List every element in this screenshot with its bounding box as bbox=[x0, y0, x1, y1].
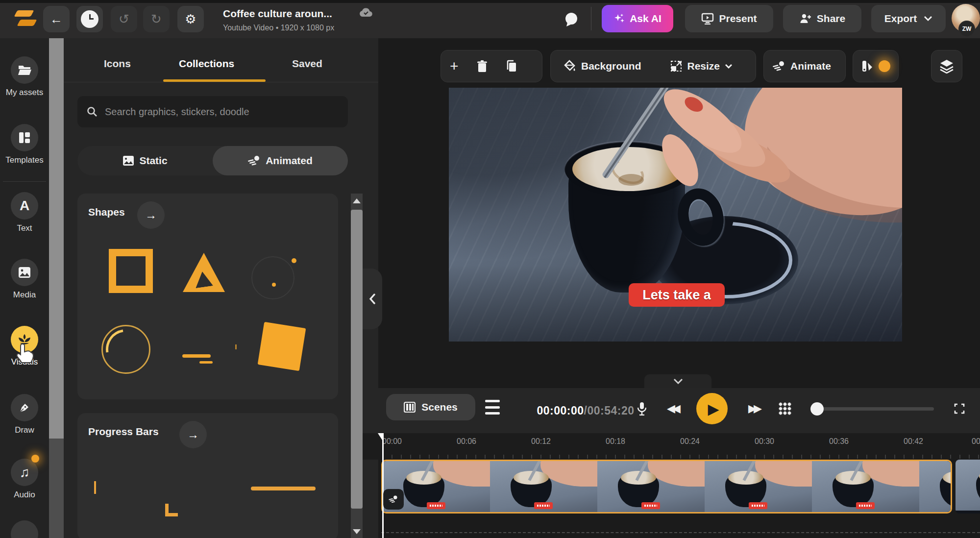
progress-bar-corner[interactable] bbox=[165, 504, 169, 516]
chevron-down-icon bbox=[725, 64, 733, 69]
gear-icon: ⚙ bbox=[185, 12, 196, 27]
shape-dots[interactable] bbox=[251, 256, 294, 299]
background-button[interactable]: Background bbox=[551, 50, 650, 82]
next-video-clip[interactable] bbox=[956, 460, 980, 514]
add-layer-button[interactable]: + bbox=[441, 50, 467, 82]
resize-icon bbox=[670, 60, 683, 73]
playhead-flag bbox=[378, 433, 382, 440]
shape-filled-square[interactable] bbox=[258, 322, 306, 371]
sidebar-item-my-assets[interactable]: My assets bbox=[0, 56, 49, 98]
delete-layer-button[interactable] bbox=[467, 50, 497, 82]
plus-icon: + bbox=[450, 58, 459, 74]
panel-scrollbar[interactable] bbox=[351, 194, 363, 538]
playhead[interactable] bbox=[382, 433, 384, 538]
settings-button[interactable]: ⚙ bbox=[177, 6, 204, 32]
timeline-zoom-slider[interactable] bbox=[812, 407, 934, 411]
filter-static[interactable]: Static bbox=[77, 146, 213, 175]
sidebar-item-visuals[interactable]: Visuals bbox=[0, 326, 49, 367]
play-button[interactable]: ▶ bbox=[696, 393, 728, 424]
progress-bars-title: Progress Bars bbox=[88, 426, 159, 438]
kapwing-logo-icon[interactable] bbox=[13, 7, 36, 30]
project-title[interactable]: Coffee culture aroun... bbox=[223, 8, 332, 20]
progress-bar-tick[interactable] bbox=[94, 481, 96, 494]
scenes-button[interactable]: Scenes bbox=[386, 394, 475, 420]
selected-video-clip[interactable] bbox=[381, 460, 952, 514]
panel-scrollbar-thumb[interactable] bbox=[351, 210, 363, 509]
comet-icon bbox=[389, 495, 398, 504]
sidebar-item-text[interactable]: A Text bbox=[0, 192, 49, 233]
undo-button[interactable]: ↺ bbox=[111, 6, 137, 32]
sidebar-item-templates[interactable]: Templates bbox=[0, 124, 49, 165]
scroll-down-icon[interactable] bbox=[353, 529, 361, 534]
fast-forward-button[interactable]: ▶▶ bbox=[741, 396, 766, 421]
color-palette-icon[interactable] bbox=[861, 60, 874, 73]
redo-icon: ↻ bbox=[151, 12, 162, 27]
resize-button[interactable]: Resize bbox=[661, 50, 742, 82]
ask-ai-button[interactable]: Ask AI bbox=[602, 5, 673, 32]
media-icon bbox=[18, 267, 31, 278]
duplicate-layer-button[interactable] bbox=[497, 50, 526, 82]
redo-button[interactable]: ↻ bbox=[143, 6, 170, 32]
sidebar-item-audio[interactable]: ♫ Audio bbox=[0, 459, 49, 500]
clip-animation-badge[interactable] bbox=[383, 489, 404, 510]
microphone-icon bbox=[637, 402, 647, 416]
timeline-ruler[interactable]: 00:00 00:06 00:12 00:18 00:24 00:30 00:3… bbox=[363, 433, 980, 460]
history-button[interactable] bbox=[76, 6, 103, 32]
animate-comet-icon bbox=[773, 60, 785, 72]
caption-overlay[interactable]: Lets take a bbox=[629, 283, 725, 307]
share-button[interactable]: Share bbox=[783, 5, 861, 32]
total-time: 00:54:20 bbox=[587, 404, 634, 417]
project-format: Youtube Video • 1920 x 1080 px bbox=[223, 24, 334, 32]
ruler-ticks bbox=[382, 455, 980, 459]
sidebar-scrollbar[interactable] bbox=[49, 38, 64, 538]
tab-collections[interactable]: Collections bbox=[179, 58, 234, 70]
zoom-slider-knob[interactable] bbox=[810, 402, 824, 416]
share-label: Share bbox=[817, 13, 845, 24]
shape-circle-ring[interactable] bbox=[101, 325, 150, 374]
fullscreen-button[interactable] bbox=[947, 396, 972, 421]
back-button[interactable]: ← bbox=[43, 6, 70, 32]
export-button[interactable]: Export bbox=[871, 5, 946, 32]
progress-bars-see-all-button[interactable]: → bbox=[179, 421, 207, 448]
ruler-label: 00:00 bbox=[382, 437, 402, 446]
animate-button[interactable]: Animate bbox=[764, 50, 840, 82]
avatar-initials-badge: ZW bbox=[958, 21, 975, 37]
rewind-button[interactable]: ◀◀ bbox=[660, 396, 685, 421]
paint-bucket-icon bbox=[564, 60, 576, 73]
split-view-button[interactable] bbox=[772, 396, 798, 421]
ruler-label: 00:18 bbox=[606, 437, 625, 446]
search-input[interactable]: Search graphics, stickers, doodle bbox=[77, 96, 348, 127]
progress-bar-line[interactable] bbox=[251, 487, 316, 490]
layers-panel-button[interactable] bbox=[931, 50, 962, 82]
chat-bubble-icon[interactable] bbox=[563, 11, 580, 28]
shape-triangle[interactable] bbox=[183, 253, 225, 292]
shapes-see-all-button[interactable]: → bbox=[137, 201, 165, 229]
panel-collapse-button[interactable] bbox=[363, 269, 382, 329]
shapes-section: Shapes → bbox=[77, 194, 338, 399]
timeline-collapse-button[interactable] bbox=[644, 374, 711, 388]
scroll-up-icon[interactable] bbox=[353, 198, 361, 203]
ruler-label: 00:36 bbox=[829, 437, 849, 446]
record-voice-button[interactable] bbox=[629, 396, 655, 421]
shape-speed-lines[interactable] bbox=[182, 354, 211, 358]
sidebar-item-more[interactable] bbox=[0, 520, 49, 538]
ask-ai-label: Ask AI bbox=[630, 13, 662, 24]
present-button[interactable]: Present bbox=[685, 5, 773, 32]
chevron-down-icon bbox=[673, 378, 683, 384]
sparkle-icon bbox=[613, 13, 625, 24]
filter-animated[interactable]: Animated bbox=[213, 146, 348, 175]
avatar[interactable]: ZW bbox=[952, 4, 980, 32]
timeline-controls: Scenes 00:00:00/00:54:20 ◀◀ ▶ ▶▶ bbox=[363, 388, 980, 433]
empty-track-line bbox=[381, 532, 980, 533]
pen-icon bbox=[19, 402, 30, 414]
shape-square-outline[interactable] bbox=[109, 249, 153, 293]
tab-icons[interactable]: Icons bbox=[104, 58, 131, 70]
ruler-label: 00:30 bbox=[755, 437, 774, 446]
scene-list-button[interactable] bbox=[485, 400, 500, 415]
video-canvas[interactable]: Lets take a bbox=[449, 88, 902, 342]
present-label: Present bbox=[719, 13, 757, 24]
sidebar-item-draw[interactable]: Draw bbox=[0, 394, 49, 435]
tab-saved[interactable]: Saved bbox=[292, 58, 322, 70]
ruler-label: 00:42 bbox=[904, 437, 923, 446]
sidebar-item-media[interactable]: Media bbox=[0, 259, 49, 300]
